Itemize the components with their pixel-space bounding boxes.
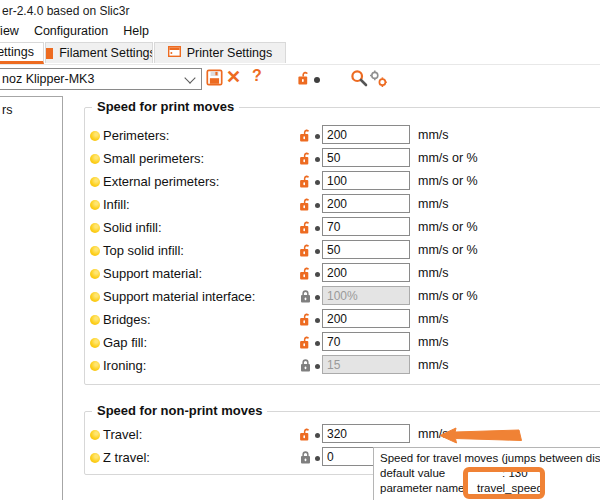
parameter-bullet-icon <box>90 154 100 164</box>
tab-label: Printer Settings <box>187 46 272 60</box>
parameter-value-input[interactable] <box>322 148 410 167</box>
menu-configuration[interactable]: Configuration <box>34 22 108 41</box>
parameter-row: Perimeters:mm/s <box>85 125 600 148</box>
group-title: Speed for non-print moves <box>92 403 267 418</box>
parameter-bullet-icon <box>90 269 100 279</box>
parameter-row: Gap fill:mm/s <box>85 332 600 355</box>
help-icon[interactable]: ? <box>252 67 262 85</box>
tab-printer-settings[interactable]: Printer Settings <box>154 42 286 63</box>
system-value-dot-icon <box>315 249 320 254</box>
parameter-bullet-icon <box>90 200 100 210</box>
parameter-rows: Perimeters:mm/sSmall perimeters:mm/s or … <box>85 125 600 378</box>
tab-print-settings[interactable]: Print Settings <box>0 42 44 64</box>
settings-tab-strip: Print Settings Filament Settings Printer… <box>0 42 600 65</box>
menu-help[interactable]: Help <box>123 22 149 41</box>
parameter-value-input <box>322 355 410 374</box>
lock-open-icon[interactable] <box>299 174 312 193</box>
parameter-label: External perimeters: <box>103 174 219 189</box>
lock-open-icon[interactable] <box>299 427 312 446</box>
unit-label: mm/s or % <box>418 243 478 257</box>
system-value-dot-icon <box>315 295 320 300</box>
tree-item-fragment[interactable]: rs <box>2 103 12 117</box>
preset-dropdown[interactable]: noz Klipper-MK3 <box>0 68 202 90</box>
lock-closed-icon[interactable] <box>299 358 312 377</box>
parameter-value-input[interactable] <box>322 240 410 259</box>
parameter-bullet-icon <box>90 177 100 187</box>
parameter-row: External perimeters:mm/s or % <box>85 171 600 194</box>
parameter-label: Small perimeters: <box>103 151 204 166</box>
system-value-dot-icon <box>315 157 320 162</box>
system-value-dot-icon <box>315 341 320 346</box>
parameter-label: Support material: <box>103 266 202 281</box>
tab-label: Filament Settings <box>59 46 153 60</box>
parameter-value-input[interactable] <box>322 194 410 213</box>
parameter-row: Travel:mm/s <box>85 424 600 447</box>
parameter-label: Travel: <box>103 427 142 442</box>
parameter-value-input[interactable] <box>322 125 410 144</box>
unit-label: mm/s <box>418 197 449 211</box>
parameter-row: Solid infill:mm/s or % <box>85 217 600 240</box>
parameter-row: Bridges:mm/s <box>85 309 600 332</box>
lock-open-icon[interactable] <box>299 335 312 354</box>
system-value-dot-icon <box>315 203 320 208</box>
tab-label: Print Settings <box>0 45 34 59</box>
parameter-bullet-icon <box>90 246 100 256</box>
parameter-label: Support material interface: <box>103 289 255 304</box>
system-value-dot-icon <box>315 318 320 323</box>
parameter-label: Ironing: <box>103 358 146 373</box>
lock-closed-icon[interactable] <box>299 289 312 308</box>
menu-bar: View Configuration Help <box>0 22 149 41</box>
lock-open-icon[interactable] <box>299 243 312 262</box>
parameter-label: Bridges: <box>103 312 151 327</box>
window-title: er-2.4.0 based on Slic3r <box>2 4 129 18</box>
search-icon[interactable] <box>350 69 369 92</box>
unit-label: mm/s <box>418 312 449 326</box>
lock-open-icon[interactable] <box>299 312 312 331</box>
lock-open-icon[interactable] <box>299 151 312 170</box>
gears-icon[interactable] <box>369 70 388 92</box>
unit-label: mm/s or % <box>418 220 478 234</box>
parameter-label: Perimeters: <box>103 128 169 143</box>
parameter-value-input[interactable] <box>322 309 410 328</box>
parameter-value-input[interactable] <box>322 217 410 236</box>
system-value-dot-icon <box>315 272 320 277</box>
unit-label: mm/s <box>418 358 449 372</box>
system-value-dot-icon <box>315 134 320 139</box>
parameter-label: Gap fill: <box>103 335 147 350</box>
printer-icon <box>168 46 181 60</box>
parameter-label: Top solid infill: <box>103 243 184 258</box>
unit-label: mm/s or % <box>418 174 478 188</box>
lock-mode-dot-icon[interactable] <box>314 77 320 83</box>
group-speed-print-moves: Speed for print moves Perimeters:mm/sSma… <box>84 107 600 385</box>
lock-open-icon[interactable] <box>297 70 311 90</box>
tab-filament-settings[interactable]: Filament Settings <box>45 42 153 63</box>
unit-label: mm/s <box>418 266 449 280</box>
parameter-bullet-icon <box>90 430 100 440</box>
parameter-value-input[interactable] <box>322 263 410 282</box>
lock-open-icon[interactable] <box>299 220 312 239</box>
settings-page-tree[interactable]: rs <box>0 96 63 500</box>
lock-closed-icon[interactable] <box>299 450 312 469</box>
delete-preset-icon[interactable]: ✕ <box>226 66 241 88</box>
tooltip-description: Speed for travel moves (jumps between di… <box>380 451 597 466</box>
unit-label: mm/s or % <box>418 151 478 165</box>
parameter-value-input[interactable] <box>322 332 410 351</box>
parameter-row: Support material interface:mm/s or % <box>85 286 600 309</box>
preset-dropdown-value: noz Klipper-MK3 <box>2 72 94 86</box>
lock-open-icon[interactable] <box>299 128 312 147</box>
group-title: Speed for print moves <box>92 99 239 114</box>
menu-view[interactable]: View <box>0 22 19 41</box>
lock-open-icon[interactable] <box>299 266 312 285</box>
system-value-dot-icon <box>315 226 320 231</box>
parameter-label: Infill: <box>103 197 130 212</box>
parameter-value-input[interactable] <box>322 171 410 190</box>
save-preset-icon[interactable] <box>206 69 223 90</box>
parameter-row: Infill:mm/s <box>85 194 600 217</box>
system-value-dot-icon <box>315 456 320 461</box>
parameter-bullet-icon <box>90 338 100 348</box>
lock-open-icon[interactable] <box>299 197 312 216</box>
chevron-down-icon <box>184 72 195 83</box>
parameter-value-input[interactable] <box>322 424 410 443</box>
parameter-bullet-icon <box>90 315 100 325</box>
system-value-dot-icon <box>315 180 320 185</box>
